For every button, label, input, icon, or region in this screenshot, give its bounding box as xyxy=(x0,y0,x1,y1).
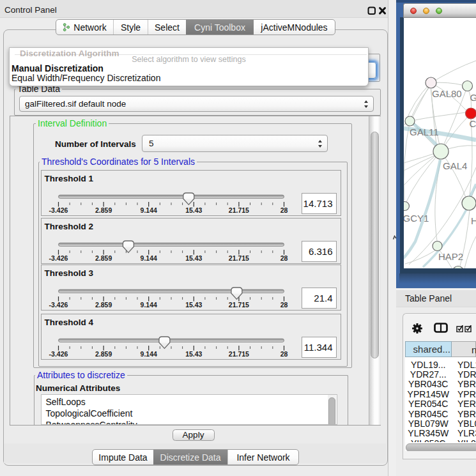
svg-text:28: 28 xyxy=(280,350,288,358)
svg-text:GAL11: GAL11 xyxy=(410,127,439,137)
svg-text:21.715: 21.715 xyxy=(228,301,249,309)
svg-text:2.859: 2.859 xyxy=(95,206,111,214)
svg-text:-3.426: -3.426 xyxy=(49,206,68,214)
svg-text:HAP2: HAP2 xyxy=(438,251,463,262)
svg-text:C: C xyxy=(470,118,476,129)
svg-text:2.859: 2.859 xyxy=(95,254,111,262)
svg-text:-3.426: -3.426 xyxy=(49,254,68,262)
svg-text:28: 28 xyxy=(280,254,288,262)
svg-text:9.144: 9.144 xyxy=(140,301,157,309)
svg-text:28: 28 xyxy=(280,206,288,214)
svg-text:28: 28 xyxy=(280,301,288,309)
svg-text:GCY1: GCY1 xyxy=(404,213,429,224)
svg-text:9.144: 9.144 xyxy=(140,206,157,214)
svg-text:21.715: 21.715 xyxy=(228,254,249,262)
svg-text:H: H xyxy=(471,215,476,226)
svg-text:15.43: 15.43 xyxy=(185,350,202,358)
svg-text:2.859: 2.859 xyxy=(95,350,111,358)
svg-text:15.43: 15.43 xyxy=(185,206,202,214)
svg-text:21.715: 21.715 xyxy=(228,206,249,214)
svg-text:21.715: 21.715 xyxy=(228,350,249,358)
svg-text:9.144: 9.144 xyxy=(140,254,157,262)
svg-text:GAL80: GAL80 xyxy=(432,88,462,99)
svg-text:15.43: 15.43 xyxy=(185,301,202,309)
svg-text:GA: GA xyxy=(470,92,476,103)
svg-text:2.859: 2.859 xyxy=(95,301,111,309)
svg-text:15.43: 15.43 xyxy=(185,254,202,262)
svg-text:-3.426: -3.426 xyxy=(49,301,68,309)
svg-text:9.144: 9.144 xyxy=(140,350,157,358)
svg-text:GAL4: GAL4 xyxy=(443,160,467,171)
svg-text:-3.426: -3.426 xyxy=(49,350,68,358)
